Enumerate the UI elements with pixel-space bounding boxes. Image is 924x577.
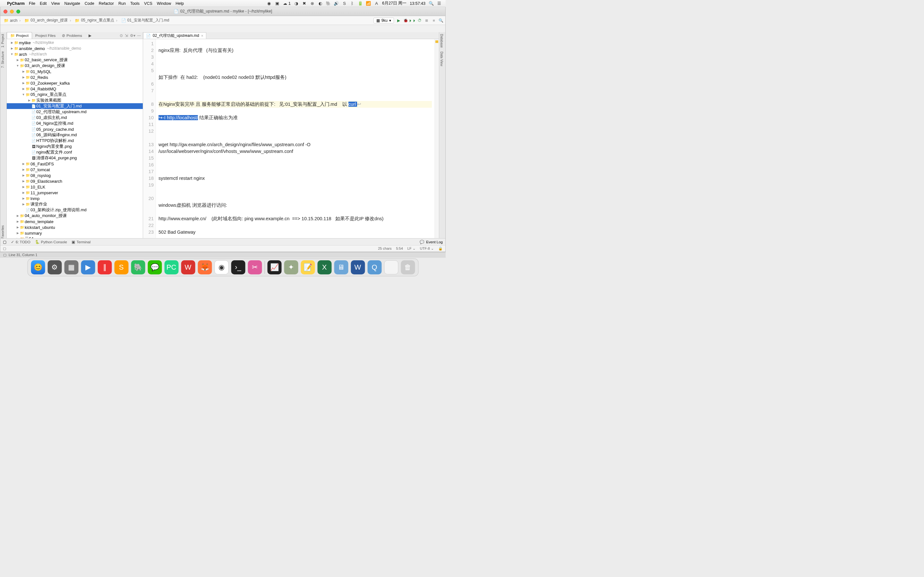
record-icon[interactable]: ◉ (267, 1, 271, 6)
tree-row[interactable]: ▶📁07_tomcat (7, 167, 143, 172)
editor-tab[interactable]: 📄 02_代理功能_upstream.md × (143, 32, 206, 39)
breadcrumb[interactable]: 📁 03_arch_design_授课› (23, 17, 73, 24)
tray-icon-3[interactable]: ⊗ (310, 1, 315, 6)
dock-trash-icon[interactable]: 🗑 (401, 260, 415, 274)
tree-row[interactable]: ▶📁08_rsyslog (7, 172, 143, 178)
search-everywhere-icon[interactable]: 🔍 (438, 18, 443, 23)
tree-row[interactable]: ▶📁云64 (7, 236, 143, 238)
breadcrumb[interactable]: 📄 01_安装与配置_入门.md (120, 17, 171, 24)
disclosure-arrow-icon[interactable]: ▼ (21, 93, 25, 96)
tree-row[interactable]: ▶📁06_FastDFS (7, 161, 143, 167)
close-tab-icon[interactable]: × (201, 34, 204, 38)
tool-tab-python-console[interactable]: 🐍 Python Console (35, 240, 67, 244)
line-number[interactable]: 20 (143, 195, 153, 215)
disclosure-arrow-icon[interactable]: ▶ (21, 191, 25, 194)
disclosure-arrow-icon[interactable]: ▶ (21, 179, 25, 183)
debug-button[interactable]: 🐞 (403, 18, 408, 23)
disclosure-arrow-icon[interactable]: ▼ (10, 53, 14, 56)
dock-excel-icon[interactable]: X (317, 260, 331, 274)
tree-row[interactable]: ▼📁05_nginx_重点重点 (7, 92, 143, 97)
tree-row[interactable]: ▶📁02_Redis (7, 74, 143, 80)
disclosure-arrow-icon[interactable]: ▶ (16, 58, 19, 61)
line-number[interactable]: 12 (143, 128, 153, 141)
evernote-tray-icon[interactable]: 🐘 (326, 1, 331, 6)
disclosure-arrow-icon[interactable]: ▶ (21, 87, 25, 90)
line-number[interactable]: 11 (143, 121, 153, 128)
disclosure-arrow-icon[interactable]: ▶ (21, 81, 25, 85)
disclosure-arrow-icon[interactable]: ▶ (21, 70, 25, 73)
line-number[interactable]: 16 (143, 161, 153, 168)
tree-row[interactable]: 📄04_Nginx监控项.md (7, 121, 143, 126)
tool-tab-dataview[interactable]: Data View (439, 50, 444, 68)
dock-firefox-icon[interactable]: 🦊 (198, 260, 212, 274)
tree-row[interactable]: 📄05_proxy_cache.md (7, 126, 143, 132)
line-number[interactable]: 17 (143, 168, 153, 175)
status-encoding[interactable]: UTF-8 ⌄ (420, 247, 434, 251)
tree-row[interactable]: ▶📁demo_template (7, 219, 143, 224)
disclosure-arrow-icon[interactable]: ▶ (21, 203, 25, 206)
line-number[interactable]: 5 (143, 67, 153, 81)
spotlight-icon[interactable]: 🔍 (429, 1, 433, 6)
tray-icon-4[interactable]: ◐ (318, 1, 323, 6)
tree-row[interactable]: ▶📁课堂作业 (7, 201, 143, 207)
tree-row[interactable]: 📄nginx配置文件.conf (7, 149, 143, 155)
line-number[interactable]: 21 (143, 215, 153, 222)
locate-icon[interactable]: ⊙ (120, 33, 123, 38)
tree-row[interactable]: ▶📁mylike~/hzit/mylike (7, 40, 143, 45)
line-number[interactable]: 2 (143, 47, 153, 54)
notification-icon[interactable]: ☰ (437, 1, 441, 6)
tree-row[interactable]: ▶📁04_auto_monitor_授课 (7, 213, 143, 219)
code-editor[interactable]: nginx应用: 反向代理 (与位置有关) 如下操作 在 ha02: (node… (156, 39, 435, 238)
disclosure-arrow-icon[interactable]: ▶ (21, 197, 25, 200)
dock-document-icon[interactable] (384, 260, 398, 274)
tree-row[interactable]: ▶📁04_RabbitMQ (7, 86, 143, 92)
disclosure-arrow-icon[interactable]: ▶ (16, 220, 19, 223)
tree-row[interactable]: ▶📁summary (7, 230, 143, 236)
todesk-icon[interactable]: ▣ (275, 1, 279, 6)
disclosure-arrow-icon[interactable]: ▶ (16, 231, 19, 235)
tool-tab-database[interactable]: Database (439, 32, 444, 50)
tool-tab-project[interactable]: 1: Project (0, 32, 5, 49)
dock-launchpad-icon[interactable]: ▦ (64, 260, 78, 274)
tray-icon-1[interactable]: ◑ (294, 1, 299, 6)
line-number[interactable]: 14 (143, 148, 153, 155)
input-icon[interactable]: A (374, 1, 379, 6)
dock-pycharm-icon[interactable]: PC (164, 260, 178, 274)
dock-evernote-icon[interactable]: 🐘 (131, 260, 145, 274)
tree-row[interactable]: 📄03_架构设计.zip_使用说明.md (7, 207, 143, 213)
settings-icon[interactable]: ⚙▾ (130, 33, 136, 38)
wechat-status-icon[interactable]: ☁1 (281, 1, 292, 6)
menu-edit[interactable]: Edit (37, 1, 49, 6)
tree-row[interactable]: ▶📁03_Zookeeper_kafka (7, 80, 143, 86)
breadcrumb[interactable]: 📁 05_nginx_重点重点› (73, 17, 120, 24)
line-number[interactable]: 3 (143, 54, 153, 61)
toolwindow-toggle-icon[interactable]: ▢ (3, 240, 6, 244)
line-number[interactable]: 10 (143, 114, 153, 121)
line-number[interactable]: 7 (143, 87, 153, 101)
tree-row[interactable]: 📄02_代理功能_upstream.md (7, 109, 143, 115)
profile-button[interactable]: ⏱ (417, 18, 422, 23)
tree-row[interactable]: ▶📁kickstart_ubuntu (7, 224, 143, 230)
line-number[interactable]: 8 (143, 101, 153, 108)
tree-row[interactable]: 🖼Nginx内置变量.png (7, 143, 143, 149)
editor-marker-strip[interactable]: ✕ (435, 39, 439, 238)
tree-row[interactable]: 🖼清缓存404_purge.png (7, 155, 143, 161)
tool-tab-terminal[interactable]: ▣ Terminal (71, 240, 90, 244)
tool-tab-todo[interactable]: ✓ 6: TODO (11, 240, 31, 244)
disclosure-arrow-icon[interactable]: ▶ (10, 47, 14, 50)
sogou-icon[interactable]: S (342, 1, 347, 6)
menubar-date[interactable]: 6月27日 周一 (381, 1, 408, 6)
project-tree[interactable]: ▶📁mylike~/hzit/mylike▶📁ansible_demo~/hzi… (7, 39, 143, 238)
coverage-button[interactable]: ⏵⏵ (410, 18, 415, 23)
dock-finder-icon[interactable]: 😊 (31, 260, 45, 274)
run-button[interactable]: ▶ (396, 18, 401, 23)
tab-project-files[interactable]: Project Files (32, 33, 59, 39)
tree-row[interactable]: ▶📁10_ELK (7, 184, 143, 190)
line-number[interactable]: 13 (143, 141, 153, 148)
status-line-ending[interactable]: LF ⌄ (407, 247, 415, 251)
tree-row[interactable]: ▶📁lnmp (7, 195, 143, 201)
tree-row[interactable]: 📄03_虚拟主机.md (7, 115, 143, 121)
tree-row[interactable]: ▼📁03_arch_design_授课 (7, 63, 143, 69)
status-icon[interactable]: ▢ (3, 247, 6, 251)
event-log-label[interactable]: Event Log (426, 240, 443, 244)
